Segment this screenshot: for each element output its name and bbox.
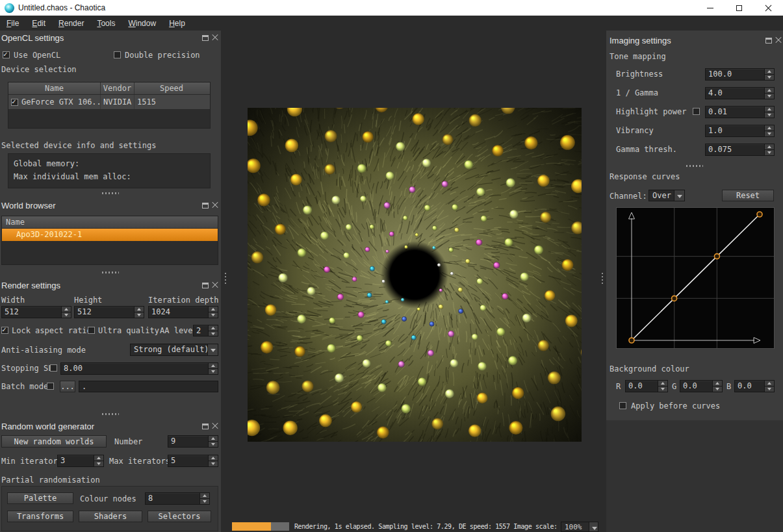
spin-up-icon[interactable] [209,307,218,312]
spin-up-icon[interactable] [765,381,774,386]
min-iterators-spinner[interactable]: 3 [57,455,104,467]
close-button[interactable] [754,0,783,16]
curve-control-node[interactable] [629,338,634,343]
iteration-depth-spinner[interactable]: 1024 [148,306,218,318]
spin-up-icon[interactable] [713,381,722,386]
spin-up-icon[interactable] [209,455,218,461]
new-random-worlds-button[interactable]: New random worlds [1,435,107,448]
shaders-button[interactable]: Shaders [79,511,142,522]
spin-up-icon[interactable] [200,493,209,498]
curve-control-node[interactable] [757,212,762,217]
stopping-sl-checkbox[interactable] [50,364,57,372]
aa-level-spinner[interactable]: 2 [193,325,218,336]
height-spinner[interactable]: 512 [74,306,144,318]
spin-down-icon[interactable] [658,386,667,392]
menu-item-help[interactable]: Help [162,18,192,29]
browse-button[interactable]: ... [60,381,75,392]
device-col-vendor[interactable]: Vendor [101,82,135,94]
spin-up-icon[interactable] [765,88,774,93]
menu-item-edit[interactable]: Edit [25,18,52,29]
stopping-sl-spinner[interactable]: 8.00 [60,362,218,375]
close-icon[interactable] [212,202,218,209]
close-icon[interactable] [212,282,218,288]
float-icon[interactable] [202,283,209,288]
spin-down-icon[interactable] [94,461,103,466]
spin-up-icon[interactable] [209,325,218,331]
spin-down-icon[interactable] [765,386,774,392]
bg-r-spinner[interactable]: 0.0 [625,380,668,392]
close-icon[interactable] [212,34,218,41]
spin-down-icon[interactable] [209,312,218,318]
reset-curve-button[interactable]: Reset [722,190,774,201]
spin-up-icon[interactable] [135,307,144,312]
close-icon[interactable] [775,37,782,44]
spin-down-icon[interactable] [765,93,774,99]
max-iterators-spinner[interactable]: 5 [168,455,218,467]
world-selected-row[interactable]: Apo3D-201022-1 [2,229,218,241]
highlight-power-checkbox[interactable] [693,108,700,115]
image-scale-dropdown[interactable]: 100% [561,522,598,532]
spin-up-icon[interactable] [765,125,774,131]
float-icon[interactable] [202,424,209,429]
device-col-speed[interactable]: Speed [135,82,209,94]
dock-separator-handle[interactable] [102,192,119,194]
spin-down-icon[interactable] [209,461,218,466]
gamma-spinner[interactable]: 4.0 [705,87,775,99]
spin-up-icon[interactable] [765,69,774,74]
menu-item-tools[interactable]: Tools [90,18,122,29]
colour-nodes-spinner[interactable]: 8 [145,492,210,505]
curve-control-node[interactable] [714,254,719,259]
spin-up-icon[interactable] [94,455,103,461]
world-col-name[interactable]: Name [2,216,218,228]
menu-item-window[interactable]: Window [122,18,162,29]
bg-b-spinner[interactable]: 0.0 [734,380,775,392]
float-icon[interactable] [202,35,209,41]
width-spinner[interactable]: 512 [1,306,71,318]
float-icon[interactable] [765,38,772,44]
spin-down-icon[interactable] [713,386,722,392]
menu-item-render[interactable]: Render [52,18,90,29]
device-enabled-checkbox[interactable] [11,99,18,106]
spin-up-icon[interactable] [62,307,71,312]
device-col-name[interactable]: Name [8,82,101,94]
right-splitter-handle[interactable] [602,273,603,286]
curve-control-node[interactable] [672,296,677,301]
brightness-spinner[interactable]: 100.0 [705,68,775,81]
number-spinner[interactable]: 9 [168,435,218,448]
curve-editor[interactable] [616,207,775,349]
lock-aspect-checkbox[interactable] [1,327,8,334]
vibrancy-spinner[interactable]: 1.0 [705,125,775,137]
aa-mode-dropdown[interactable]: Strong (default) [130,344,218,356]
selectors-button[interactable]: Selectors [148,511,211,522]
spin-up-icon[interactable] [765,107,774,112]
dock-separator-handle[interactable] [686,165,703,167]
float-icon[interactable] [202,203,209,209]
spin-down-icon[interactable] [765,74,774,80]
spin-up-icon[interactable] [765,144,774,149]
spin-up-icon[interactable] [209,436,218,441]
device-table-row[interactable]: GeForce GTX 106... NVIDIA 1515 [8,95,210,110]
spin-up-icon[interactable] [658,381,667,386]
palette-button[interactable]: Palette [7,492,73,504]
transforms-button[interactable]: Transforms [7,511,73,522]
batch-path-input[interactable]: . [79,381,218,392]
spin-down-icon[interactable] [209,331,218,336]
batch-mode-checkbox[interactable] [47,383,54,390]
menu-item-file[interactable]: File [0,18,25,29]
spin-down-icon[interactable] [209,368,218,374]
bg-g-spinner[interactable]: 0.0 [680,380,723,392]
spin-down-icon[interactable] [209,441,218,447]
render-preview[interactable] [248,108,582,442]
minimize-button[interactable] [695,0,725,16]
close-icon[interactable] [212,423,218,429]
apply-before-curves-checkbox[interactable] [619,402,626,409]
channel-dropdown[interactable]: Over [648,190,685,201]
left-splitter-handle[interactable] [225,273,226,286]
use-opencl-checkbox[interactable] [3,51,10,58]
dock-separator-handle[interactable] [102,272,119,273]
spin-down-icon[interactable] [135,312,144,318]
gamma-thresh-spinner[interactable]: 0.075 [705,144,775,156]
spin-down-icon[interactable] [62,312,71,318]
spin-down-icon[interactable] [765,112,774,118]
spin-down-icon[interactable] [200,498,209,504]
